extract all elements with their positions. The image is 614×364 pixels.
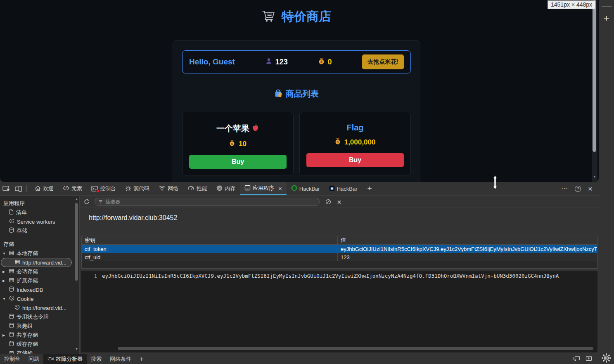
- sidebar-item-storage[interactable]: 存储: [0, 226, 79, 235]
- product-list: 一个苹果 $ 10 Buy Flag: [182, 112, 411, 175]
- value-cell[interactable]: 123: [338, 253, 597, 261]
- hackbar-mask-icon: [291, 185, 297, 192]
- restore-dock-icon[interactable]: [573, 356, 580, 363]
- sidebar-item-label: http://forward.vid...: [22, 260, 66, 266]
- bottom-tab-network-conditions[interactable]: 网络条件: [106, 354, 135, 364]
- page-scrollbar[interactable]: ▼: [592, 0, 597, 182]
- add-drawer-tab-button[interactable]: +: [135, 355, 148, 363]
- key-cell[interactable]: ctf_token: [82, 245, 338, 253]
- tab-hackbar-2[interactable]: H HackBar: [325, 182, 362, 195]
- gear-icon[interactable]: [601, 352, 612, 364]
- svg-text:$: $: [231, 142, 233, 146]
- sidebar-item-cookie-origin[interactable]: http://forward.vid...: [0, 303, 79, 312]
- sidebar-scrollbar-thumb[interactable]: [75, 203, 78, 281]
- table-header-row: 密钥 值: [82, 236, 597, 245]
- scroll-down-arrow[interactable]: ▼: [74, 347, 79, 351]
- scroll-down-arrow[interactable]: ▼: [592, 175, 597, 179]
- sidebar-item-interest-groups[interactable]: 兴趣组: [0, 321, 79, 331]
- grab-popcorn-button[interactable]: 去抢点米花!: [362, 54, 404, 69]
- table-grid-icon: [9, 278, 14, 284]
- sidebar-item-extension-storage[interactable]: ▶ 扩展存储: [0, 276, 79, 285]
- clear-filter-icon[interactable]: [325, 199, 331, 205]
- close-filter-icon[interactable]: ×: [337, 198, 341, 206]
- dock-panel-icon[interactable]: [586, 356, 592, 362]
- device-emulation-icon[interactable]: [13, 184, 23, 194]
- buy-apple-button[interactable]: Buy: [189, 155, 287, 169]
- sidebar-item-label: 会话存储: [17, 268, 38, 275]
- add-sidebar-item-button[interactable]: +: [599, 12, 614, 24]
- bottom-tab-crash-analyzer[interactable]: 故障分析器: [43, 354, 87, 364]
- selected-pill[interactable]: http://forward.vid...: [1, 258, 72, 267]
- expander-collapsed-icon[interactable]: ▶: [2, 333, 9, 337]
- tab-memory[interactable]: 内存: [212, 182, 240, 195]
- sidebar-item-cookie[interactable]: ▼ Cookie: [0, 294, 79, 303]
- tab-network[interactable]: 网络: [154, 182, 183, 195]
- hackbar-h-icon: H: [329, 185, 335, 192]
- sidebar-item-storage-buckets[interactable]: 存储桶: [0, 349, 79, 354]
- expander-collapsed-icon[interactable]: ▶: [2, 279, 9, 283]
- table-grid-icon: [15, 260, 20, 266]
- sidebar-section-storage: 存储: [0, 240, 79, 249]
- token-value-text[interactable]: eyJhbGciOiJIUzI1NiIsInR5cCI6IkpXVCJ9.eyJ…: [102, 271, 559, 279]
- close-tab-icon[interactable]: ×: [278, 185, 282, 192]
- tab-label: 网络: [168, 185, 178, 192]
- product-name: 一个苹果: [189, 123, 287, 134]
- sidebar-item-label: 缓存存储: [17, 340, 38, 348]
- tab-console[interactable]: 控制台: [87, 182, 121, 195]
- code-brackets-icon: [63, 186, 69, 192]
- more-options-icon[interactable]: ⋯: [561, 185, 568, 192]
- tab-elements[interactable]: 元素: [58, 182, 87, 195]
- sidebar-item-shared-storage[interactable]: ▶ 共享存储: [0, 331, 79, 340]
- sidebar-item-session-storage[interactable]: ▶ 会话存储: [0, 267, 79, 276]
- help-icon[interactable]: ?: [575, 186, 581, 192]
- shop-container: Hello, Guest 123 $ 0 去抢点米花! 商品列表: [173, 40, 420, 182]
- bottom-tab-console[interactable]: 控制台: [0, 354, 24, 364]
- sidebar-scrollbar[interactable]: ▲ ▼: [74, 196, 79, 354]
- horizontal-scrollbar-thumb[interactable]: [118, 347, 593, 350]
- page-scrollbar-thumb[interactable]: [593, 0, 596, 152]
- expander-collapsed-icon[interactable]: ▶: [2, 270, 9, 274]
- bottom-tab-search[interactable]: 搜索: [87, 354, 106, 364]
- table-row-ctf-uid[interactable]: ctf_uid 123: [82, 253, 597, 261]
- key-cell[interactable]: ctf_uid: [82, 253, 338, 261]
- new-panel-button[interactable]: +: [362, 184, 377, 193]
- sidebar-item-private-state-tokens[interactable]: 专用状态令牌: [0, 312, 79, 321]
- filter-input[interactable]: [105, 199, 316, 205]
- sidebar-item-service-workers[interactable]: Service workers: [0, 217, 79, 226]
- tab-application[interactable]: 应用程序 ×: [240, 182, 287, 195]
- sidebar-item-manifest[interactable]: 清单: [0, 208, 79, 217]
- devtools-bottombar: 控制台 问题 故障分析器 搜索 网络条件 +: [0, 354, 599, 364]
- refresh-icon[interactable]: [84, 199, 90, 205]
- tab-welcome[interactable]: 欢迎: [30, 182, 58, 195]
- sidebar-item-local-storage[interactable]: ▼ 本地存储: [0, 249, 79, 258]
- debug-icon: [125, 185, 131, 192]
- devtools-tabbar: 欢迎 元素 控制台 源代码 网络 性能: [0, 182, 599, 196]
- sidebar-item-indexeddb[interactable]: IndexedDB: [0, 285, 79, 294]
- inspect-element-icon[interactable]: [2, 184, 12, 194]
- line-number: 1: [81, 271, 102, 279]
- sidebar-item-local-storage-origin[interactable]: http://forward.vid...: [0, 258, 79, 267]
- screen: 特价商店 Hello, Guest 123 $ 0 去抢点米花!: [0, 0, 614, 364]
- scroll-up-arrow[interactable]: ▲: [74, 197, 79, 201]
- sidebar-item-cache-storage[interactable]: 缓存存储: [0, 340, 79, 349]
- products-heading: 商品列表: [182, 88, 411, 99]
- sidebar-item-label: 专用状态令牌: [17, 313, 49, 321]
- value-column-header[interactable]: 值: [338, 236, 597, 244]
- devtools-body: 应用程序 清单 Service workers 存储 存储 ▼: [0, 196, 599, 354]
- tab-sources[interactable]: 源代码: [121, 182, 154, 195]
- filter-field[interactable]: [95, 198, 320, 206]
- tab-hackbar-1[interactable]: HackBar: [287, 182, 325, 195]
- uid-stat: 123: [266, 58, 288, 66]
- expander-open-icon[interactable]: ▼: [2, 297, 9, 301]
- product-price: $ 1,000,000: [306, 138, 404, 147]
- tab-performance[interactable]: 性能: [183, 182, 212, 195]
- close-devtools-icon[interactable]: ×: [588, 185, 593, 193]
- bottom-tab-issues[interactable]: 问题: [24, 354, 43, 364]
- expander-open-icon[interactable]: ▼: [2, 252, 9, 255]
- table-row-ctf-token[interactable]: ctf_token eyJhbGciOiJIUzI1NiIsInR5cCI6Ik…: [82, 245, 597, 253]
- tab-label: 问题: [28, 355, 39, 363]
- tab-label: 内存: [225, 185, 235, 192]
- key-column-header[interactable]: 密钥: [82, 236, 338, 244]
- value-cell[interactable]: eyJhbGciOiJIUzI1NiIsInR5cCI6IkpXVCJ9.eyJ…: [338, 245, 597, 253]
- buy-flag-button[interactable]: Buy: [306, 153, 404, 167]
